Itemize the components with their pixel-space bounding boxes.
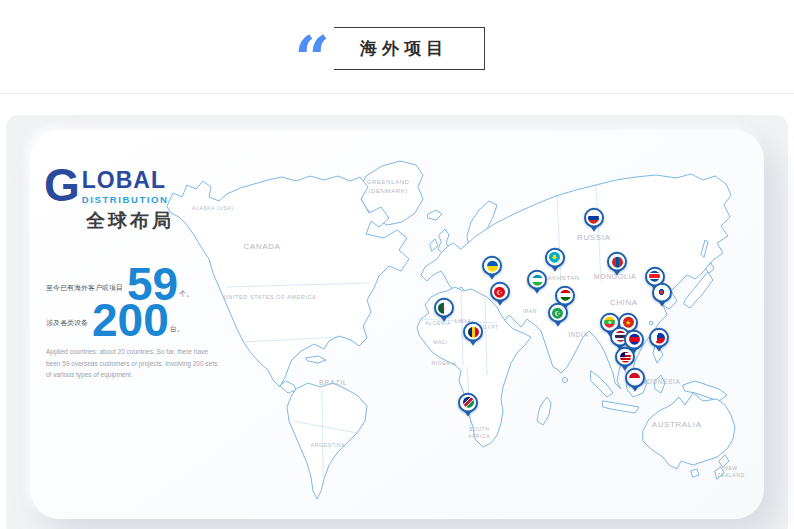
marker-tail [496,300,504,310]
marker-tail [440,316,448,326]
marker-algeria: ☪ [434,298,454,324]
marker-ring [527,270,547,290]
marker-tail [554,321,562,331]
stats-description-en: Applied countries: about 20 countries. S… [46,346,224,380]
marker-south-korea [652,283,672,309]
marker-tail [464,411,472,421]
marker-tail [631,386,639,396]
logo-letter-g: G [44,166,80,204]
flag-chad-icon [468,326,479,337]
quote-icon: “ [290,22,334,76]
marker-tail [590,226,598,236]
marker-ring [545,248,565,268]
marker-indonesia [625,368,645,394]
marker-russia [584,208,604,234]
marker-ring: ☪ [548,303,568,323]
flag-glyph: ★ [608,320,612,325]
marker-turkey: ☪ [490,282,510,308]
logo-text-distribution: DISTRIBUTION [82,194,169,205]
flag-uzbekistan-icon [532,274,543,285]
marker-uzbekistan [527,270,547,296]
marker-ring [584,208,604,228]
flag-south-korea-icon [656,287,667,298]
flag-algeria-icon: ☪ [438,302,449,313]
marker-ring [463,322,483,342]
flag-cambodia-icon [629,334,640,345]
marker-kazakhstan [545,248,565,274]
stats-block: 至今已有海外客户或项目 59 个。 涉及各类设备 200 台。 Applied … [46,266,261,381]
stat-row-equipment: 涉及各类设备 200 台。 [46,302,261,340]
marker-ring [607,252,627,272]
flag-glyph: ☪ [555,309,561,316]
marker-ukraine [482,256,502,282]
flag-russia-icon [588,212,599,223]
stat-value-equipment: 200 [92,302,169,340]
marker-tail [658,301,666,311]
marker-ring [625,368,645,388]
flag-namibia-icon [463,397,474,408]
marker-tail [551,266,559,276]
marker-tail [655,346,663,356]
marker-philippines [649,328,669,354]
flag-glyph: ☪ [442,305,446,310]
flag-glyph: ★ [625,319,631,326]
section-title-box: “ 海外项目 [309,27,485,70]
flag-tajikistan-icon [560,290,571,301]
stat-unit-equipment: 台。 [170,324,184,334]
flag-malaysia-icon [620,351,631,362]
stat-unit-projects: 个。 [179,289,193,299]
marker-chad [463,322,483,348]
stat-label-projects: 至今已有海外客户或项目 [46,283,123,293]
marker-ring [652,283,672,303]
content-section: GREENLAND (DENMARK)ALASKA (USA)CANADAUNI… [6,115,788,529]
marker-ring [458,393,478,413]
marker-ring [649,328,669,348]
flag-kazakhstan-icon [549,252,560,263]
marker-ring: ☪ [434,298,454,318]
logo-text-chinese: 全球布局 [86,208,174,234]
page-header: “ 海外项目 [0,0,794,94]
marker-namibia [458,393,478,419]
marker-ring [482,256,502,276]
flag-north-korea-icon [649,271,660,282]
flag-ukraine-icon [487,260,498,271]
flag-mongolia-icon [612,256,623,267]
marker-tail [613,270,621,280]
global-distribution-logo: G LOBAL DISTRIBUTION 全球布局 [44,166,174,234]
flag-indonesia-icon [629,372,640,383]
marker-mongolia [607,252,627,278]
marker-tail [469,340,477,350]
flag-turkey-icon: ☪ [494,286,505,297]
logo-text-lobal: LOBAL [82,169,169,192]
section-title: 海外项目 [346,37,448,60]
marker-ring [615,347,635,367]
marker-ring: ☪ [490,282,510,302]
flag-glyph: ☪ [497,288,503,295]
map-card: GREENLAND (DENMARK)ALASKA (USA)CANADAUNI… [30,130,764,519]
flag-pakistan-icon: ☪ [552,307,563,318]
stat-label-equipment: 涉及各类设备 [46,318,88,328]
marker-tail [533,288,541,298]
marker-pakistan: ☪ [548,303,568,329]
flag-philippines-icon [654,332,665,343]
